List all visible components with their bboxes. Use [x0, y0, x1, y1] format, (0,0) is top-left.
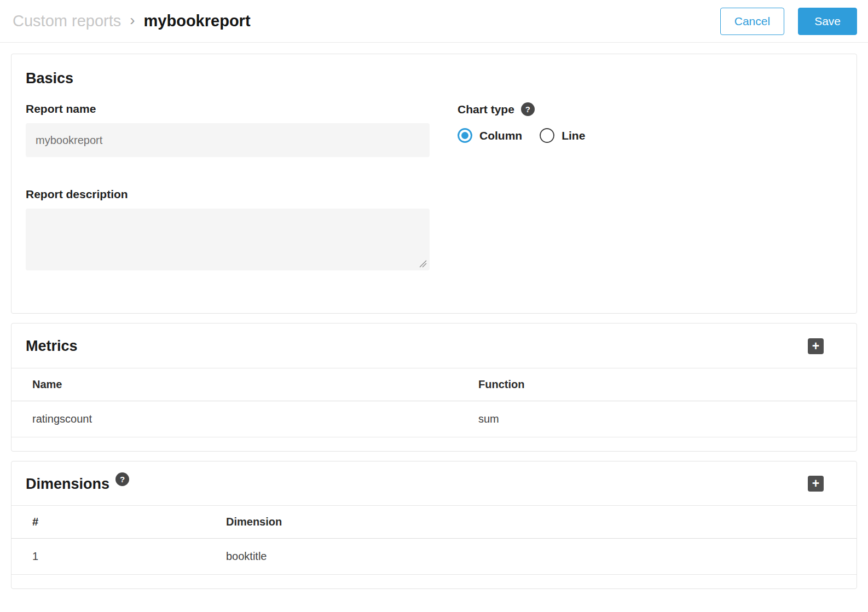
dimensions-column-number: #: [11, 506, 226, 539]
report-description-label: Report description: [26, 188, 430, 201]
basics-left-column: Report name Report description: [26, 102, 430, 270]
metrics-table: Name Function ratingscount sum: [11, 368, 857, 437]
metrics-column-name: Name: [11, 368, 478, 401]
radio-column-icon[interactable]: [458, 128, 472, 143]
breadcrumb: Custom reports › mybookreport: [13, 12, 251, 30]
chart-type-label: Chart type: [458, 103, 514, 116]
dimension-name-cell: booktitle: [226, 539, 857, 575]
dimension-number-cell: 1: [11, 539, 226, 575]
chart-type-option-line[interactable]: Line: [540, 128, 585, 143]
breadcrumb-current-report: mybookreport: [144, 12, 251, 30]
metrics-title: Metrics: [26, 337, 78, 355]
header-actions: Cancel Save: [720, 8, 857, 35]
basics-title: Basics: [26, 70, 842, 87]
dimensions-header-row: # Dimension: [11, 506, 857, 539]
report-description-wrapper: [26, 209, 430, 270]
dimensions-section: Dimensions ? + # Dimension 1 booktitle: [11, 461, 857, 589]
dimensions-row[interactable]: 1 booktitle: [11, 539, 857, 575]
basics-right-column: Chart type ? Column Line: [458, 102, 842, 270]
metrics-header: Metrics +: [11, 324, 857, 367]
dimensions-title: Dimensions: [26, 475, 109, 493]
basics-grid: Report name Report description Chart typ…: [26, 102, 842, 270]
radio-line-icon[interactable]: [540, 128, 554, 143]
metrics-row[interactable]: ratingscount sum: [11, 401, 857, 437]
cancel-button[interactable]: Cancel: [720, 8, 784, 35]
add-dimension-button[interactable]: +: [808, 476, 824, 492]
chart-type-options: Column Line: [458, 128, 842, 143]
dimensions-table: # Dimension 1 booktitle: [11, 505, 857, 575]
metric-name-cell: ratingscount: [11, 401, 478, 437]
dimensions-title-row: Dimensions ?: [26, 475, 129, 493]
metrics-title-row: Metrics: [26, 337, 78, 355]
metrics-section: Metrics + Name Function ratingscount sum: [11, 323, 857, 451]
breadcrumb-custom-reports[interactable]: Custom reports: [13, 12, 121, 30]
report-name-input[interactable]: [26, 123, 430, 157]
add-metric-button[interactable]: +: [808, 338, 824, 354]
report-name-label: Report name: [26, 102, 430, 116]
chart-type-help-icon[interactable]: ?: [521, 102, 535, 116]
report-description-input[interactable]: [26, 209, 430, 270]
basics-section: Basics Report name Report description: [11, 54, 857, 314]
dimensions-header: Dimensions ? +: [11, 461, 857, 505]
top-bar: Custom reports › mybookreport Cancel Sav…: [0, 0, 868, 43]
dimensions-column-dimension: Dimension: [226, 506, 857, 539]
page: Custom reports › mybookreport Cancel Sav…: [0, 0, 868, 602]
dimensions-help-icon[interactable]: ?: [115, 472, 129, 486]
chevron-right-icon: ›: [130, 13, 135, 28]
radio-column-label: Column: [479, 129, 522, 142]
main-content: Basics Report name Report description: [0, 43, 868, 602]
save-button[interactable]: Save: [798, 8, 857, 35]
chart-type-label-row: Chart type ?: [458, 102, 842, 116]
chart-type-option-column[interactable]: Column: [458, 128, 522, 143]
metric-function-cell: sum: [478, 401, 857, 437]
radio-line-label: Line: [562, 129, 585, 142]
metrics-header-row: Name Function: [11, 368, 857, 401]
resize-handle-icon[interactable]: [419, 259, 427, 268]
metrics-column-function: Function: [478, 368, 857, 401]
